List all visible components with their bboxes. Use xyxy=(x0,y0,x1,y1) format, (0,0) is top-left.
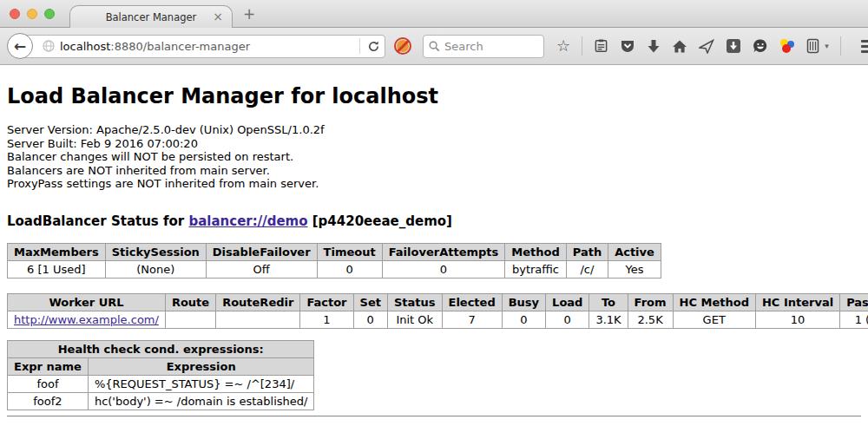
pocket-icon[interactable] xyxy=(620,39,635,54)
notice-line: ProxyPass settings are NOT inherited fro… xyxy=(7,177,861,191)
search-icon xyxy=(429,41,440,52)
navigation-toolbar: ← localhost:8880/balancer-manager ☆ xyxy=(0,28,868,65)
send-plane-icon[interactable] xyxy=(699,39,714,54)
flash-block-icon[interactable] xyxy=(393,36,412,56)
tab-close-icon[interactable]: × xyxy=(213,10,223,23)
expr-name: foof2 xyxy=(8,392,89,410)
back-arrow-icon: ← xyxy=(14,39,26,54)
server-version-line: Server Version: Apache/2.5.0-dev (Unix) … xyxy=(7,123,861,137)
url-domain: localhost xyxy=(60,40,110,53)
reading-list-icon[interactable] xyxy=(594,38,608,54)
balancer-settings-table: MaxMembers StickySession DisableFailover… xyxy=(7,243,661,279)
toolbar-icons: ☆ xyxy=(556,36,868,56)
home-icon[interactable] xyxy=(672,39,687,54)
balancer-demo-link[interactable]: balancer://demo xyxy=(188,213,307,229)
loadbalancer-status-heading: LoadBalancer Status for balancer://demo … xyxy=(7,213,861,229)
toolbar-separator xyxy=(840,36,841,56)
cabinet-panel-icon[interactable] xyxy=(806,38,819,54)
browser-window: Balancer Manager × + ← localhost:8880/ba… xyxy=(0,0,868,426)
urlbar-divider xyxy=(359,38,360,54)
tab-balancer-manager[interactable]: Balancer Manager × xyxy=(69,5,233,29)
url-bar[interactable]: localhost:8880/balancer-manager xyxy=(21,35,385,58)
worker-status-table: Worker URL Route RouteRedir Factor Set S… xyxy=(7,293,868,329)
tab-title: Balancer Manager xyxy=(106,11,197,23)
table-row: foof %{REQUEST_STATUS} =~ /^[234]/ xyxy=(8,375,314,392)
download-panel-icon[interactable] xyxy=(726,38,741,54)
table-header-row: MaxMembers StickySession DisableFailover… xyxy=(8,243,661,260)
expr-name: foof xyxy=(8,375,89,392)
table-header-row: Worker URL Route RouteRedir Factor Set S… xyxy=(8,293,868,311)
feedback-smiley-icon[interactable] xyxy=(753,38,768,54)
close-window-button[interactable] xyxy=(10,9,20,19)
bookmark-star-icon[interactable]: ☆ xyxy=(556,38,570,54)
reload-button[interactable] xyxy=(362,40,385,53)
notice-line: Balancer changes will NOT be persisted o… xyxy=(7,150,861,164)
table-caption-row: Health check cond. expressions: xyxy=(8,340,314,357)
zoom-window-button[interactable] xyxy=(44,9,55,19)
table-header-row: Expr name Expression xyxy=(8,357,314,375)
window-controls xyxy=(10,9,55,19)
table-row: foof2 hc('body') =~ /domain is establish… xyxy=(8,392,314,410)
page-title: Load Balancer Manager for localhost xyxy=(7,65,861,108)
search-input[interactable] xyxy=(444,40,531,53)
table-row: 6 [1 Used] (None) Off 0 0 bytraffic /c/ … xyxy=(8,260,661,278)
new-tab-button[interactable]: + xyxy=(243,5,255,23)
toolbar-separator xyxy=(582,36,582,56)
page-content: Load Balancer Manager for localhost Serv… xyxy=(0,65,868,425)
titlebar: Balancer Manager × + xyxy=(0,0,868,28)
url-text: localhost:8880/balancer-manager xyxy=(60,40,358,53)
downloads-arrow-icon[interactable] xyxy=(647,39,661,54)
menu-hamburger-icon[interactable] xyxy=(861,40,868,53)
bottom-divider xyxy=(7,416,861,417)
table-row: http://www.example.com/ 1 0 Init Ok 7 0 … xyxy=(8,311,868,328)
colorful-dots-addon-icon[interactable] xyxy=(779,38,795,54)
expr-value: hc('body') =~ /domain is established/ xyxy=(88,392,314,410)
notice-line: Balancers are NOT inherited from main se… xyxy=(7,164,861,178)
globe-icon xyxy=(43,40,55,52)
chevron-down-icon[interactable]: ▾ xyxy=(825,42,829,50)
minimize-window-button[interactable] xyxy=(27,9,37,19)
back-button[interactable]: ← xyxy=(7,33,33,59)
health-check-table: Health check cond. expressions: Expr nam… xyxy=(7,340,314,410)
url-path: :8880/balancer-manager xyxy=(110,40,250,53)
server-info: Server Version: Apache/2.5.0-dev (Unix) … xyxy=(7,123,861,191)
search-bar[interactable] xyxy=(423,35,544,58)
worker-url-link[interactable]: http://www.example.com/ xyxy=(14,313,159,326)
expr-value: %{REQUEST_STATUS} =~ /^[234]/ xyxy=(88,375,314,392)
server-built-line: Server Built: Feb 9 2016 07:00:20 xyxy=(7,137,861,151)
